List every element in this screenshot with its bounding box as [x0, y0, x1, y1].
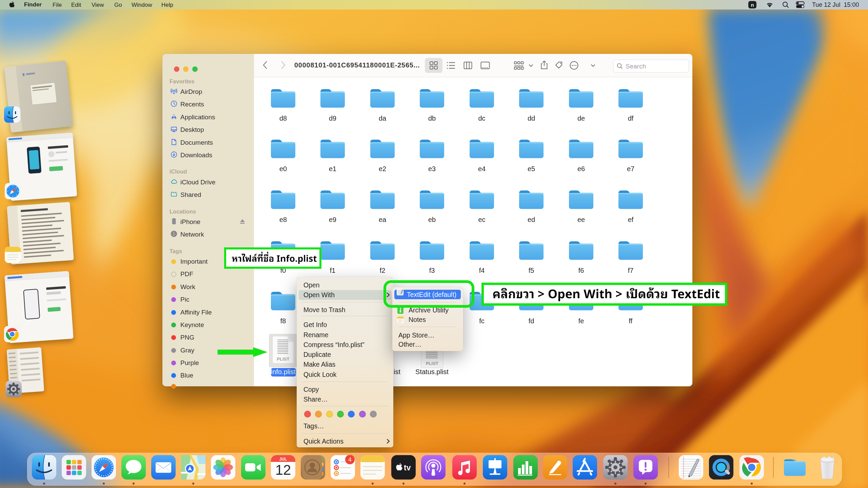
svg-text:PLIST: PLIST: [426, 361, 438, 366]
svg-text:f4: f4: [479, 267, 485, 274]
svg-text:db: db: [428, 115, 436, 122]
svg-text:dc: dc: [478, 115, 485, 122]
svg-text:e8: e8: [279, 216, 287, 223]
svg-text:ef: ef: [628, 216, 634, 223]
svg-text:f6: f6: [578, 267, 584, 274]
svg-text:n: n: [751, 2, 754, 8]
svg-text:dd: dd: [528, 115, 535, 122]
svg-text:12: 12: [275, 462, 291, 478]
svg-text:f8: f8: [280, 317, 286, 325]
svg-text:ist: ist: [394, 368, 400, 375]
svg-text:fc: fc: [479, 317, 485, 325]
svg-text:e5: e5: [528, 165, 535, 172]
svg-text:PLIST: PLIST: [277, 357, 290, 362]
svg-text:e9: e9: [329, 216, 336, 223]
svg-text:e0: e0: [279, 165, 287, 172]
svg-text:fe: fe: [578, 317, 584, 325]
svg-text:ee: ee: [577, 216, 585, 223]
svg-text:e2: e2: [379, 165, 386, 172]
svg-text:f5: f5: [529, 267, 534, 274]
svg-text:e1: e1: [329, 165, 336, 172]
svg-text:de: de: [577, 115, 585, 122]
svg-text:df: df: [628, 115, 634, 122]
svg-text:ea: ea: [379, 216, 387, 223]
svg-text:fd: fd: [529, 317, 534, 325]
svg-text:eb: eb: [428, 216, 436, 223]
svg-text:da: da: [379, 115, 387, 122]
svg-text:4: 4: [348, 456, 351, 463]
svg-text:f2: f2: [380, 267, 386, 274]
svg-text:JUL: JUL: [279, 457, 287, 462]
svg-text:ff: ff: [629, 317, 633, 325]
svg-text:e3: e3: [428, 165, 436, 172]
svg-text:Info.plist: Info.plist: [271, 368, 296, 375]
svg-text:d9: d9: [329, 115, 336, 122]
svg-text:f3: f3: [429, 267, 435, 274]
svg-text:e6: e6: [577, 165, 585, 172]
svg-text:f1: f1: [330, 267, 336, 274]
svg-text:ed: ed: [528, 216, 535, 223]
svg-text:Status.plist: Status.plist: [415, 368, 449, 375]
svg-text:f7: f7: [628, 267, 634, 274]
svg-text:e7: e7: [627, 165, 634, 172]
svg-text:tv: tv: [404, 463, 411, 472]
svg-text:d8: d8: [279, 115, 287, 122]
svg-text:e4: e4: [478, 165, 486, 172]
svg-text:ec: ec: [478, 216, 485, 223]
